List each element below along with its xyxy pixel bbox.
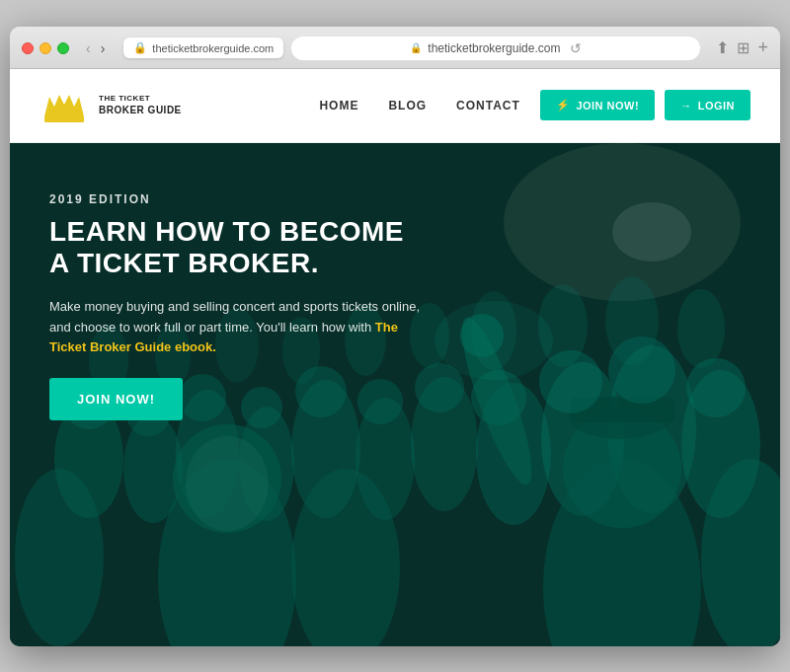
hero-section: 2019 EDITION LEARN HOW TO BECOME A TICKE…	[10, 143, 780, 646]
address-bar[interactable]: 🔒 theticketbrokerguide.com ↺	[291, 37, 700, 60]
nav-login-button[interactable]: → LOGIN	[665, 90, 750, 120]
edition-label: 2019 EDITION	[49, 192, 425, 206]
new-tab-button[interactable]: +	[757, 37, 768, 58]
logo-text: THE TICKET BROKER GUIDE	[99, 94, 182, 116]
svg-point-50	[434, 301, 553, 380]
browser-titlebar: ‹ › 🔒 theticketbrokerguide.com 🔒 thetick…	[10, 27, 780, 69]
site-navigation: THE TICKET BROKER GUIDE HOME BLOG CONTAC…	[10, 69, 780, 143]
join-icon: ⚡	[556, 99, 571, 112]
browser-tab[interactable]: 🔒 theticketbrokerguide.com	[123, 37, 283, 58]
browser-actions: ⬆ ⊞ +	[716, 37, 768, 58]
tab-title: theticketbrokerguide.com	[152, 42, 274, 54]
share-button[interactable]: ⬆	[716, 38, 729, 57]
lock-icon: 🔒	[410, 42, 422, 53]
svg-marker-0	[44, 95, 84, 116]
close-button[interactable]	[22, 42, 34, 54]
tab-favicon: 🔒	[133, 41, 147, 54]
hero-joinnow-button[interactable]: JOIN NOW!	[49, 378, 183, 420]
login-icon: →	[680, 100, 692, 112]
svg-rect-1	[44, 116, 84, 122]
browser-window: ‹ › 🔒 theticketbrokerguide.com 🔒 thetick…	[10, 27, 780, 646]
url-text: theticketbrokerguide.com	[428, 41, 560, 55]
website-content: THE TICKET BROKER GUIDE HOME BLOG CONTAC…	[10, 69, 780, 646]
hero-description: Make money buying and selling concert an…	[49, 297, 425, 358]
bookmark-button[interactable]: ⊞	[737, 38, 750, 57]
nav-buttons: ⚡ JOIN NOW! → LOGIN	[540, 90, 750, 120]
nav-links: HOME BLOG CONTACT	[319, 99, 519, 112]
nav-blog[interactable]: BLOG	[388, 99, 427, 112]
maximize-button[interactable]	[57, 42, 69, 54]
logo-area: THE TICKET BROKER GUIDE	[40, 87, 182, 124]
hero-content: 2019 EDITION LEARN HOW TO BECOME A TICKE…	[49, 192, 425, 421]
minimize-button[interactable]	[40, 42, 51, 54]
browser-nav: ‹ ›	[83, 40, 108, 56]
traffic-lights	[22, 42, 69, 54]
browser-tab-area: 🔒 theticketbrokerguide.com 🔒 theticketbr…	[123, 37, 700, 60]
nav-contact[interactable]: CONTACT	[456, 99, 520, 112]
nav-joinnow-button[interactable]: ⚡ JOIN NOW!	[540, 90, 655, 120]
refresh-button[interactable]: ↺	[570, 40, 582, 56]
nav-home[interactable]: HOME	[319, 99, 358, 112]
back-button[interactable]: ‹	[83, 40, 94, 56]
logo-icon	[40, 87, 89, 124]
hero-title: LEARN HOW TO BECOME A TICKET BROKER.	[49, 216, 425, 279]
forward-button[interactable]: ›	[98, 40, 109, 56]
